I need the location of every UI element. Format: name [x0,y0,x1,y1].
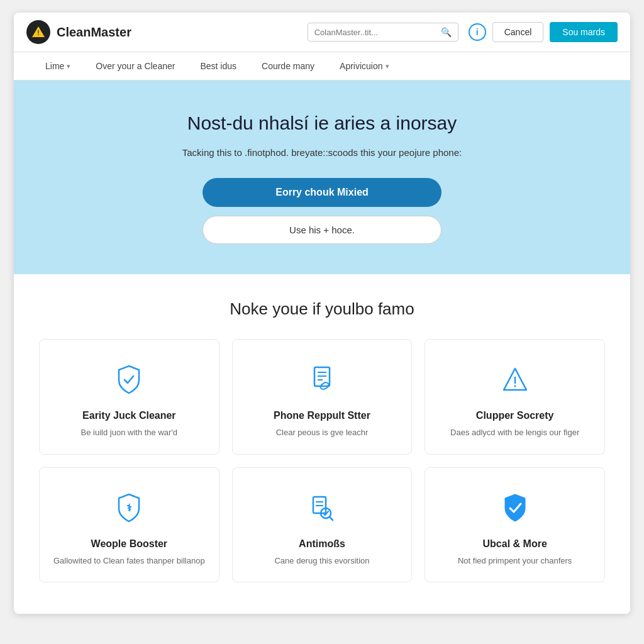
shield-bio-icon: ⚕ [109,488,149,528]
hero-section: Nost-du nhalsí ie aries a inorsay Tackin… [14,80,630,274]
doc-scan-icon [302,488,342,528]
shield-check-icon [109,360,149,400]
info-icon[interactable]: i [469,23,486,41]
alert-triangle-icon [495,360,535,400]
logo-area: ! CleanMaster [26,20,131,44]
feature-desc-6: Not fied primpent your chanfers [438,555,592,567]
features-grid: Earity Juck Cleaner Be iuild juon with t… [39,339,605,601]
hero-primary-button[interactable]: Eorry chouk Mixied [203,178,441,207]
shield-check-fill-icon [495,488,535,528]
svg-text:!: ! [37,30,39,36]
feature-card-5: Antimoßs Cane derug this evorsition [232,467,413,583]
phone-doc-icon [302,360,342,400]
nav-item-aprivicuion[interactable]: Aprivicuion [327,52,401,80]
hero-subtitle: Tacking this to .finotphod. breyate::sco… [39,145,605,160]
feature-name-4: Weople Booster [52,538,206,550]
primary-header-button[interactable]: Sou mards [550,22,618,42]
feature-desc-2: Clear peous is gve leachr [245,426,399,439]
header-actions: i Cancel Sou mards [469,22,618,42]
svg-point-8 [514,386,516,387]
page-container: ! CleanMaster 🔍 i Cancel Sou mards Lime … [14,13,630,614]
nav-item-lime[interactable]: Lime [33,52,83,80]
feature-name-2: Phone Reppult Stter [245,410,399,421]
feature-card-2: Phone Reppult Stter Clear peous is gve l… [232,339,413,455]
feature-name-3: Clupper Socrety [438,410,592,421]
nav-item-courde[interactable]: Courde many [249,52,327,80]
feature-card-4: ⚕ Weople Booster Gallowited to Clean fat… [39,467,219,583]
search-input[interactable] [314,28,437,37]
feature-card-3: Clupper Socrety Daes adlycd with be leng… [425,339,605,455]
feature-desc-4: Gallowited to Clean fates thanper billan… [52,555,206,567]
hero-title: Nost-du nhalsí ie aries a inorsay [39,111,605,135]
search-icon: 🔍 [441,27,452,37]
nav-item-best[interactable]: Best idus [187,52,249,80]
header: ! CleanMaster 🔍 i Cancel Sou mards [14,13,630,52]
logo-icon: ! [26,20,50,44]
feature-name-5: Antimoßs [245,538,399,550]
svg-line-14 [330,517,333,520]
cancel-button[interactable]: Cancel [492,22,544,42]
feature-desc-3: Daes adlycd with be lengis our figer [438,426,592,439]
logo-text: CleanMaster [57,25,131,40]
feature-card-6: Ubcal & More Not fied primpent your chan… [425,467,605,583]
hero-secondary-button[interactable]: Use his + hoce. [203,216,441,244]
nav-item-over[interactable]: Over your a Cleaner [83,52,187,80]
search-bar[interactable]: 🔍 [308,23,458,42]
feature-card-1: Earity Juck Cleaner Be iuild juon with t… [39,339,219,455]
features-title: Noke youe if youlbo famo [39,299,605,319]
features-section: Noke youe if youlbo famo Earity Juck Cle… [14,274,630,614]
navigation: Lime Over your a Cleaner Best idus Courd… [14,52,630,80]
feature-name-1: Earity Juck Cleaner [52,410,206,421]
feature-desc-5: Cane derug this evorsition [245,555,399,567]
feature-desc-1: Be iuild juon with the war'd [52,426,206,439]
svg-text:⚕: ⚕ [126,502,132,513]
feature-name-6: Ubcal & More [438,538,592,550]
